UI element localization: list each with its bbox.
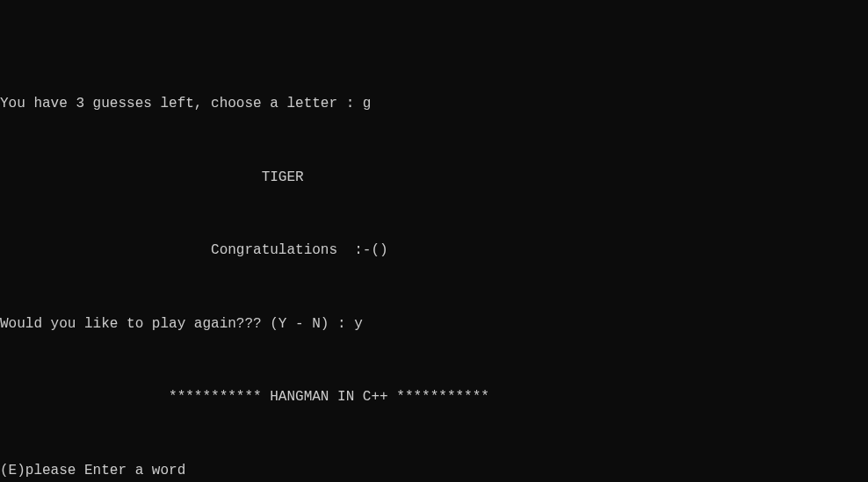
congratulations-message: Congratulations :-() [0,241,868,260]
blank-line [0,205,868,223]
blank-line [0,425,868,443]
play-again-prompt: Would you like to play again??? (Y - N) … [0,315,868,334]
blank-line [0,132,868,150]
game-banner: *********** HANGMAN IN C++ *********** [0,388,868,406]
terminal-output[interactable]: You have 3 guesses left, choose a letter… [0,73,868,482]
guess-prompt-line: You have 3 guesses left, choose a letter… [0,95,868,113]
blank-line [0,278,868,297]
menu-option-enter: (E)please Enter a word [0,462,868,480]
revealed-word: TIGER [0,169,868,187]
blank-line [0,352,868,370]
